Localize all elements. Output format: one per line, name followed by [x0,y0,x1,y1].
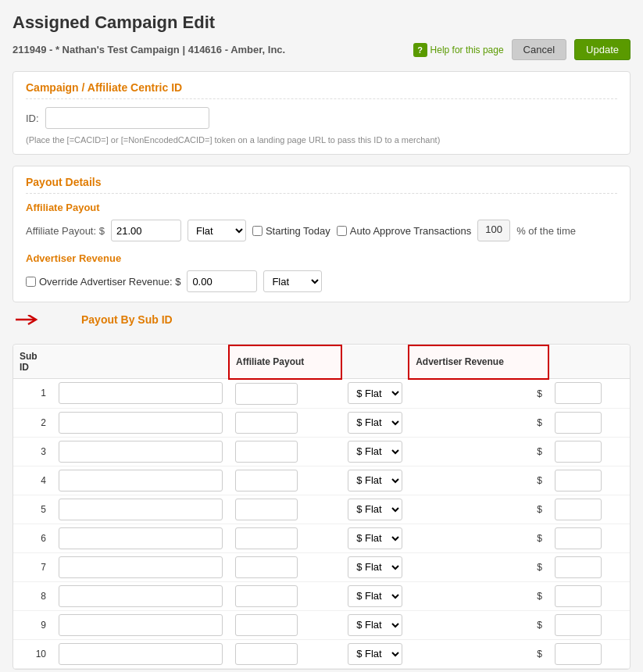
payout-cell [229,610,341,639]
payout-input[interactable] [235,614,298,636]
flat-select-cell: $ Flat $ Percent [341,379,409,409]
update-button[interactable]: Update [574,39,630,60]
override-value-input[interactable] [187,270,257,292]
flat-type-select[interactable]: $ Flat $ Percent [348,412,402,434]
payout-input[interactable] [235,527,298,549]
flat-type-select[interactable]: $ Flat $ Percent [348,585,402,607]
flat-type-select[interactable]: $ Flat $ Percent [348,643,402,665]
table-row: 9 $ Flat $ Percent $ [13,610,630,639]
campaign-id-input[interactable] [45,107,209,129]
payout-details-section: Payout Details Affiliate Payout Affiliat… [13,166,630,302]
auto-approve-checkbox[interactable] [337,226,347,236]
payout-cell [229,581,341,610]
revenue-input[interactable] [555,441,602,463]
page-title: Assigned Campaign Edit [13,13,630,33]
override-label: Override Advertiser Revenue: $ [39,276,180,288]
affiliate-payout-input[interactable] [111,220,181,241]
revenue-cell [548,408,630,437]
cancel-button[interactable]: Cancel [512,39,566,60]
payout-input[interactable] [235,470,298,491]
sub-id-input[interactable] [59,441,223,463]
auto-approve-checkbox-label[interactable]: Auto Approve Transactions [337,225,471,237]
payout-cell [229,524,341,552]
table-row: 7 $ Flat $ Percent $ [13,552,630,581]
revenue-input[interactable] [555,499,602,520]
sub-id-input[interactable] [59,527,223,549]
override-advertiser-checkbox-label[interactable]: Override Advertiser Revenue: $ [26,276,180,288]
revenue-input[interactable] [555,643,602,665]
revenue-input[interactable] [555,585,602,607]
starting-today-label: Starting Today [266,225,330,237]
affiliate-payout-title: Affiliate Payout [26,202,617,213]
flat-type-select[interactable]: $ Flat $ Percent [348,527,402,549]
sub-id-input[interactable] [59,643,223,665]
payout-input[interactable] [235,441,298,463]
advertiser-revenue-type-select[interactable]: Flat Percent [263,270,322,292]
revenue-input[interactable] [555,382,602,404]
table-row: 10 $ Flat $ Percent $ [13,639,630,668]
revenue-input[interactable] [555,614,602,636]
arrow-label-row: Payout By Sub ID [13,313,630,341]
payout-input[interactable] [235,383,298,405]
row-num: 9 [13,610,52,639]
dollar-sign-cell: $ [409,495,548,524]
advertiser-revenue-title: Advertiser Revenue [26,252,617,264]
sub-id-cell [52,495,229,524]
payout-input[interactable] [235,643,298,665]
dollar-sign-cell: $ [409,524,548,552]
flat-type-select[interactable]: $ Flat $ Percent [348,382,402,404]
sub-id-input[interactable] [59,556,223,578]
help-link[interactable]: ? Help for this page [413,43,504,57]
sub-id-cell [52,639,229,668]
flat-select-cell: $ Flat $ Percent [341,610,409,639]
sub-id-input[interactable] [59,382,223,404]
payout-input[interactable] [235,585,298,607]
sub-id-input[interactable] [59,470,223,491]
sub-id-input[interactable] [59,412,223,434]
table-row: 5 $ Flat $ Percent $ [13,495,630,524]
help-icon: ? [413,43,427,57]
flat-type-select[interactable]: $ Flat $ Percent [348,470,402,491]
payout-cell [229,437,341,466]
percent-suffix: % of the time [516,225,576,237]
campaign-id-title: Campaign / Affiliate Centric ID [26,81,617,99]
flat-select-cell: $ Flat $ Percent [341,524,409,552]
id-label: ID: [26,113,39,124]
col-sub-id-value-header [52,345,229,379]
revenue-cell [548,610,630,639]
sub-id-input[interactable] [59,499,223,520]
starting-today-checkbox-label[interactable]: Starting Today [252,225,330,237]
campaign-id-hint: (Place the [=CACID=] or [=NonEncodedCACI… [26,135,440,145]
revenue-cell [548,581,630,610]
flat-select-cell: $ Flat $ Percent [341,408,409,437]
subtitle-bar: 211949 - * Nathan's Test Campaign | 4146… [13,39,630,60]
affiliate-payout-type-select[interactable]: Flat Percent Fixed [188,220,246,241]
sub-id-table: Sub ID Affiliate Payout Advertiser Reven… [13,345,630,669]
payout-by-sub-id-section: Payout By Sub ID Sub ID Affiliate Payout… [13,313,630,670]
sub-id-cell [52,524,229,552]
flat-type-select[interactable]: $ Flat $ Percent [348,614,402,636]
row-num: 4 [13,466,52,495]
help-label: Help for this page [430,45,504,55]
override-advertiser-checkbox[interactable] [26,277,36,287]
revenue-input[interactable] [555,412,602,434]
revenue-cell [548,552,630,581]
payout-input[interactable] [235,556,298,578]
flat-type-select[interactable]: $ Flat $ Percent [348,556,402,578]
sub-id-input[interactable] [59,585,223,607]
campaign-id-form-row: ID: (Place the [=CACID=] or [=NonEncoded… [26,107,617,145]
revenue-input[interactable] [555,527,602,549]
flat-type-select[interactable]: $ Flat $ Percent [348,441,402,463]
sub-id-input[interactable] [59,614,223,636]
payout-input[interactable] [235,412,298,434]
row-num: 5 [13,495,52,524]
col-sub-id-header: Sub ID [13,345,52,379]
payout-input[interactable] [235,499,298,520]
revenue-input[interactable] [555,470,602,491]
revenue-input[interactable] [555,556,602,578]
flat-type-select[interactable]: $ Flat $ Percent [348,499,402,520]
sub-id-cell [52,437,229,466]
dollar-sign-cell: $ [409,466,548,495]
affiliate-payout-row: Affiliate Payout: $ Flat Percent Fixed S… [26,220,617,241]
starting-today-checkbox[interactable] [252,226,263,236]
